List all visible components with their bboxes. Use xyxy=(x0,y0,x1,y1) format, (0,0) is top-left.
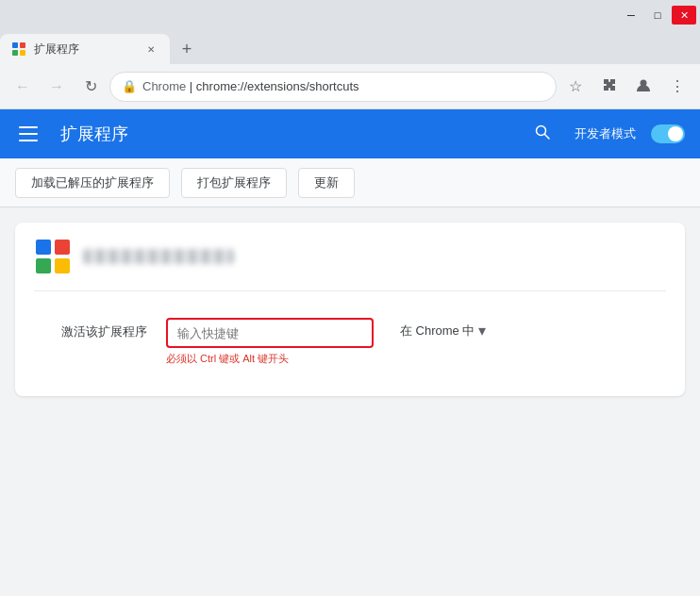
extension-card: 激活该扩展程序 必须以 Ctrl 键或 Alt 键开头 在 Chrome 中 ▾ xyxy=(15,223,685,396)
hamburger-line xyxy=(19,133,38,135)
dev-mode-toggle[interactable] xyxy=(651,124,685,143)
extensions-button[interactable] xyxy=(594,72,625,102)
forward-button[interactable]: → xyxy=(42,72,72,102)
search-icon xyxy=(533,123,552,146)
puzzle-icon xyxy=(600,75,619,98)
svg-rect-8 xyxy=(55,240,70,255)
chrome-label: Chrome xyxy=(142,79,186,93)
svg-line-6 xyxy=(545,134,550,139)
svg-rect-7 xyxy=(36,240,51,255)
tab-close-button[interactable]: ✕ xyxy=(143,41,158,57)
back-button[interactable]: ← xyxy=(8,72,38,102)
svg-rect-10 xyxy=(55,258,70,273)
shortcut-row: 激活该扩展程序 必须以 Ctrl 键或 Alt 键开头 在 Chrome 中 ▾ xyxy=(34,310,666,373)
update-button[interactable]: 更新 xyxy=(298,168,355,198)
extension-name-blurred xyxy=(83,249,234,264)
search-button[interactable] xyxy=(525,117,559,151)
more-button[interactable]: ⋮ xyxy=(662,72,692,102)
svg-rect-1 xyxy=(20,42,25,48)
reload-button[interactable]: ↻ xyxy=(75,72,106,102)
addressbar: ← → ↻ 🔒 Chrome | chrome://extensions/sho… xyxy=(0,64,700,109)
address-path: chrome://extensions/shortcuts xyxy=(196,79,359,93)
hamburger-button[interactable] xyxy=(15,119,45,149)
tabbar: 扩展程序 ✕ + xyxy=(0,30,700,64)
svg-rect-0 xyxy=(12,42,18,48)
scope-text: 在 Chrome 中 xyxy=(400,323,475,339)
shortcut-row-label: 激活该扩展程序 xyxy=(34,318,147,340)
hamburger-line xyxy=(19,140,38,141)
profile-button[interactable] xyxy=(628,72,658,102)
ext-card-header xyxy=(34,238,666,291)
active-tab[interactable]: 扩展程序 ✕ xyxy=(0,34,170,64)
pack-extension-button[interactable]: 打包扩展程序 xyxy=(181,168,287,198)
extensions-header: 扩展程序 开发者模式 xyxy=(0,109,700,158)
minimize-button[interactable]: ─ xyxy=(619,6,643,25)
more-icon: ⋮ xyxy=(670,77,685,95)
tab-label: 扩展程序 xyxy=(34,41,136,58)
svg-rect-3 xyxy=(20,50,25,56)
address-separator: | xyxy=(186,79,196,93)
shortcut-error-text: 必须以 Ctrl 键或 Alt 键开头 xyxy=(166,352,374,366)
hamburger-line xyxy=(19,126,38,128)
chevron-down-icon: ▾ xyxy=(478,322,486,339)
page-title: 扩展程序 xyxy=(60,123,510,145)
tab-extension-icon xyxy=(11,41,26,57)
titlebar-controls: ─ □ ✕ xyxy=(619,6,696,25)
address-text: Chrome | chrome://extensions/shortcuts xyxy=(142,79,544,93)
extension-logo xyxy=(34,238,72,275)
profile-icon xyxy=(634,75,653,98)
close-button[interactable]: ✕ xyxy=(672,6,696,25)
bookmark-button[interactable]: ☆ xyxy=(560,72,591,102)
shortcut-scope-selector[interactable]: 在 Chrome 中 ▾ xyxy=(400,318,486,339)
shortcut-input[interactable] xyxy=(166,318,374,348)
svg-rect-2 xyxy=(12,50,18,56)
maximize-button[interactable]: □ xyxy=(645,6,670,25)
new-tab-button[interactable]: + xyxy=(174,36,200,62)
action-bar: 加载已解压的扩展程序 打包扩展程序 更新 xyxy=(0,158,700,207)
dev-mode-label: 开发者模式 xyxy=(575,125,636,142)
shortcut-input-wrap: 必须以 Ctrl 键或 Alt 键开头 xyxy=(166,318,374,366)
load-unpacked-button[interactable]: 加载已解压的扩展程序 xyxy=(15,168,170,198)
address-box[interactable]: 🔒 Chrome | chrome://extensions/shortcuts xyxy=(109,72,557,102)
main-content: 激活该扩展程序 必须以 Ctrl 键或 Alt 键开头 在 Chrome 中 ▾ xyxy=(0,207,700,411)
titlebar: ─ □ ✕ xyxy=(0,0,700,30)
secure-icon: 🔒 xyxy=(122,79,137,94)
svg-rect-9 xyxy=(36,258,51,273)
